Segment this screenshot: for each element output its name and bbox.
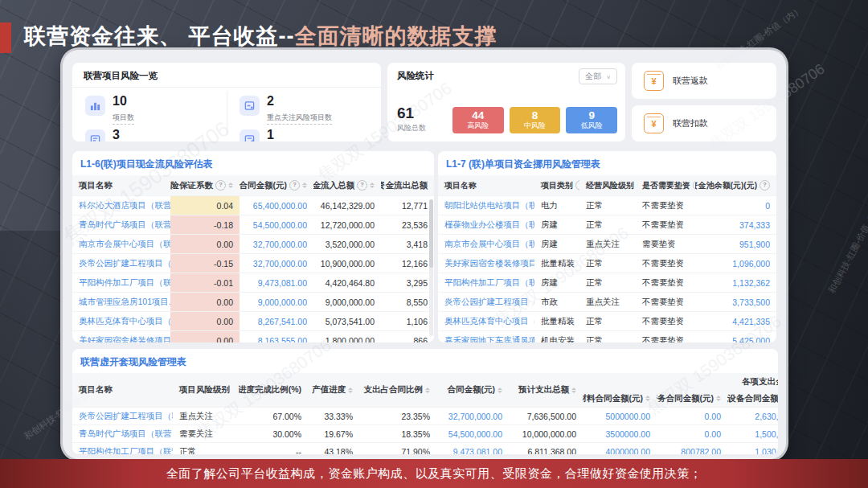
dashboard-card: 联营项目风险一览 10项目数 2重点关注风险项目数 3风险项目数: [63, 50, 786, 459]
badge-label: 中风险: [510, 121, 561, 130]
sort-icon[interactable]: [425, 388, 430, 393]
page-title: 联营资金往来、 平台收益--全面清晰的数据支撑: [24, 22, 497, 51]
inflow-cell: 46,142,329.00: [313, 196, 381, 215]
scrollbar[interactable]: [429, 199, 433, 336]
stat-risk-project-count: 3风险项目数: [72, 125, 227, 141]
balance-link[interactable]: 374,333: [739, 220, 770, 230]
balance-link[interactable]: 3,733,500: [732, 297, 770, 307]
project-name-link[interactable]: 城市管理应急房101项目...: [79, 297, 170, 306]
project-name-link[interactable]: 青岛时代广场项目（联营）: [79, 429, 173, 438]
material-amount-link[interactable]: 3500000.00: [606, 429, 650, 439]
labor-amount-link[interactable]: 800782.00: [681, 447, 721, 455]
joint-deduct-link[interactable]: ¥ 联营扣款: [632, 105, 776, 141]
balance-link[interactable]: 0: [765, 201, 770, 211]
project-name-link[interactable]: 奥林匹克体育中心项目（...: [444, 316, 534, 326]
table-header-row: 项目名称 项目风险级别 形象进度完成比例(%) 产值进度 支出占合同比例 合同金…: [72, 373, 778, 390]
project-name-link[interactable]: 南京市会展中心项目（联...: [444, 239, 534, 248]
col-header: 甲方合同金额(元): [240, 180, 287, 191]
table-row: 青岛时代广场项目（联营）-0.1854,500,000.0012,720,000…: [72, 215, 434, 235]
project-name-link[interactable]: 炎帝公园扩建工程项目（...: [79, 258, 170, 268]
machine-amount-link[interactable]: 2,630,000: [755, 412, 778, 421]
joint-refund-link[interactable]: ¥ 联营返款: [632, 63, 776, 99]
high-risk-badge: 44 高风险: [452, 107, 504, 133]
labor-amount-link[interactable]: 0.00: [705, 429, 721, 439]
contract-amount-link[interactable]: 32,700,000.00: [253, 240, 307, 249]
sort-icon[interactable]: [370, 182, 375, 188]
invoice-table-title: 联营虚开套现风险管理表: [72, 349, 778, 373]
contract-amount-link[interactable]: 54,500,000.00: [253, 220, 307, 230]
table-row: 奥林匹克体育中心项目（...批量精装正常不需要垫资4,421,335: [438, 312, 776, 331]
stat-attention-risk-count: 1需要关注风险项目数: [227, 125, 381, 141]
table-row: 炎帝公园扩建工程项目（...市政重点关注不需要垫资3,733,500: [438, 293, 776, 312]
project-name-link[interactable]: 平阳构件加工厂项目（联...: [444, 277, 534, 287]
group-header: 各项支出金额: [742, 376, 778, 386]
sort-icon[interactable]: [348, 388, 353, 393]
risk-overview-header: 联营项目风险一览: [72, 63, 381, 88]
project-name-link[interactable]: 炎帝公园扩建工程项目（联...: [79, 411, 173, 420]
risk-level-cell: 正常: [579, 331, 636, 343]
project-name-link[interactable]: 炎帝公园扩建工程项目（...: [444, 297, 534, 306]
outflow-cell: 1,106: [381, 312, 434, 331]
divider: [72, 87, 381, 88]
material-amount-link[interactable]: 5000000.00: [606, 412, 650, 421]
info-icon[interactable]: ?: [760, 180, 770, 191]
project-name-link[interactable]: 平阳构件加工厂项目（联...: [79, 277, 170, 287]
material-amount-link[interactable]: 4000000.00: [606, 447, 650, 455]
sort-icon[interactable]: [497, 388, 502, 393]
balance-link[interactable]: 951,900: [739, 240, 770, 249]
project-name-link[interactable]: 平阳构件加工厂项目（联营）: [79, 446, 173, 455]
contract-amount-link[interactable]: 32,700,000.00: [253, 259, 307, 269]
sort-icon[interactable]: [228, 182, 233, 188]
sort-icon[interactable]: [716, 396, 721, 401]
contract-amount-link[interactable]: 9,473,081.00: [453, 447, 502, 455]
sort-icon[interactable]: [571, 388, 576, 393]
info-icon[interactable]: ?: [215, 180, 226, 191]
category-cell: 房建: [534, 273, 579, 293]
balance-link[interactable]: 1,132,362: [732, 278, 770, 288]
project-name-link[interactable]: 朝阳北站供电站项目（联...: [444, 200, 534, 210]
contract-amount-link[interactable]: 54,500,000.00: [448, 429, 502, 439]
risk-level-cell: 正常: [579, 196, 636, 215]
footer-banner: 全面了解公司平台收益构成，资金账户构成、以及真实可用、受限资金，合理做好资金使用…: [0, 459, 868, 488]
project-name-link[interactable]: 嘉禾家园地下车库通风项...: [444, 335, 534, 343]
sort-icon[interactable]: [302, 182, 307, 188]
project-name-link[interactable]: 青岛时代广场项目（联营）: [79, 219, 170, 229]
balance-link[interactable]: 4,421,335: [732, 317, 770, 326]
project-name-link[interactable]: 美好家园宿舍楼装修项目...: [444, 258, 534, 268]
machine-amount-link[interactable]: 1,500,000: [755, 429, 778, 439]
sort-icon[interactable]: [645, 396, 650, 401]
labor-amount-link[interactable]: 0.00: [705, 412, 721, 421]
col-header: 经营风险级别: [586, 180, 634, 191]
info-icon[interactable]: ?: [575, 180, 579, 191]
col-header: 项目类别: [541, 180, 573, 191]
money-envelope-icon: ¥: [644, 71, 664, 91]
contract-amount-link[interactable]: 65,400,000.00: [253, 201, 307, 211]
col-header: 项目资金池余额(元)(元): [695, 180, 757, 191]
project-name-link[interactable]: 美好家园宿舍楼装修项目...: [79, 335, 170, 343]
balance-link[interactable]: 1,096,000: [732, 259, 770, 269]
contract-amount-link[interactable]: 32,700,000.00: [448, 412, 502, 421]
inflow-cell: 9,000,000.00: [313, 293, 381, 312]
contract-amount-link[interactable]: 8,267,541.00: [258, 317, 307, 326]
project-name-link[interactable]: 南京市会展中心项目（联...: [79, 239, 170, 248]
coef-cell: -0.18: [170, 215, 240, 235]
machine-amount-link[interactable]: 1,030,200: [755, 447, 778, 455]
expense-ratio-cell: 71.90%: [359, 443, 436, 455]
info-icon[interactable]: ?: [289, 180, 300, 191]
project-name-link[interactable]: 科尔沁大酒店项目（联营）: [79, 200, 170, 210]
joint-refund-label: 联营返款: [673, 75, 708, 87]
risk-filter-select[interactable]: 全部 ∨: [579, 68, 617, 84]
page-title-main: 联营资金往来、 平台收益--: [24, 24, 294, 48]
stat-value: 10: [113, 94, 127, 108]
contract-amount-link[interactable]: 9,473,081.00: [258, 278, 307, 288]
advance-cell: 不需要垫资: [636, 293, 695, 312]
project-name-link[interactable]: 槿葆物业办公楼项目（联...: [444, 219, 534, 229]
scrollbar-thumb[interactable]: [429, 199, 433, 268]
contract-amount-link[interactable]: 8,163,555.00: [258, 336, 307, 343]
info-icon[interactable]: ?: [357, 180, 367, 191]
coef-cell: -0.15: [170, 254, 240, 273]
project-name-link[interactable]: 奥林匹克体育中心项目（...: [79, 316, 170, 326]
contract-amount-link[interactable]: 9,000,000.00: [258, 297, 307, 307]
col-header: 产值进度: [312, 384, 346, 396]
balance-link[interactable]: 5,425,000: [732, 336, 770, 343]
